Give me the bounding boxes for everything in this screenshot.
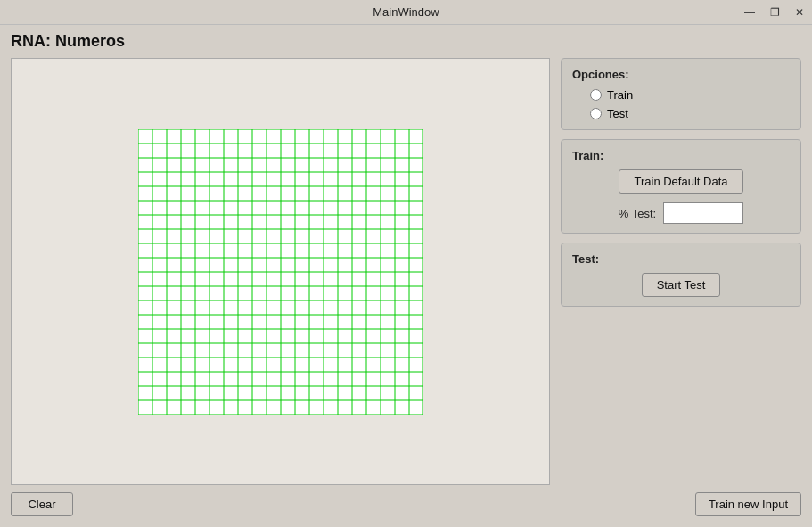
close-button[interactable]: ✕ — [787, 0, 812, 25]
radio-train-label: Train — [607, 88, 633, 102]
radio-train[interactable]: Train — [590, 88, 633, 102]
minimize-button[interactable]: — — [737, 0, 762, 25]
radio-group: Train Test — [572, 88, 790, 120]
train-new-input-button[interactable]: Train new Input — [695, 492, 801, 516]
clear-button[interactable]: Clear — [11, 492, 73, 516]
test-section: Test: Start Test — [561, 243, 801, 307]
titlebar: MainWindow — ❐ ✕ — [0, 0, 812, 25]
train-section: Train: Train Default Data % Test: — [561, 139, 801, 234]
radio-test-input[interactable] — [590, 108, 602, 119]
train-section-inner: Train Default Data % Test: — [572, 169, 790, 224]
app-title: RNA: Numeros — [11, 32, 801, 51]
content-row: Opciones: Train Test Train: Train Defau — [11, 58, 801, 485]
pct-test-row: % Test: — [619, 202, 743, 224]
radio-test-label: Test — [607, 107, 628, 120]
pct-test-input[interactable] — [663, 202, 743, 224]
start-test-button[interactable]: Start Test — [642, 273, 721, 297]
test-label: Test: — [572, 252, 790, 266]
pct-test-label: % Test: — [619, 207, 656, 220]
train-label: Train: — [572, 149, 790, 162]
left-panel — [11, 58, 550, 485]
test-section-inner: Start Test — [572, 273, 790, 297]
radio-train-input[interactable] — [590, 89, 602, 101]
radio-test[interactable]: Test — [590, 107, 628, 120]
grid-canvas[interactable] — [138, 129, 423, 415]
maximize-button[interactable]: ❐ — [762, 0, 787, 25]
opciones-label: Opciones: — [572, 68, 790, 81]
titlebar-title: MainWindow — [373, 5, 439, 19]
bottom-bar: Clear Train new Input — [11, 492, 801, 516]
opciones-section: Opciones: Train Test — [561, 58, 801, 130]
main-content: RNA: Numeros Opciones: Train Test — [0, 25, 812, 527]
titlebar-controls: — ❐ ✕ — [737, 0, 812, 24]
right-panel: Opciones: Train Test Train: Train Defau — [561, 58, 801, 485]
train-default-data-button[interactable]: Train Default Data — [619, 169, 742, 194]
